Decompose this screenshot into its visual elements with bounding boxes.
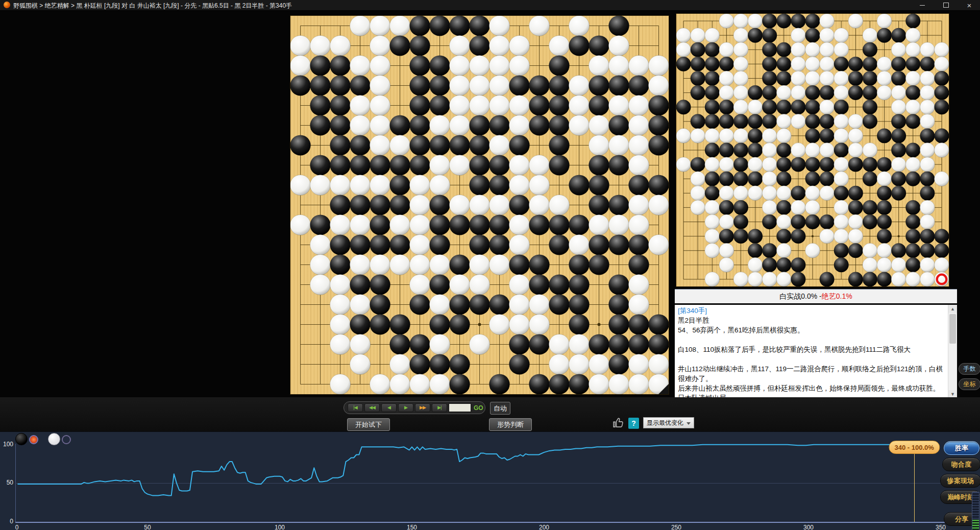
fox-go-logo-icon <box>4 2 10 8</box>
winrate-graph-area: 050100 050100150200250300350 340 - 100.0… <box>0 431 980 530</box>
auto-play-button[interactable]: 自动 <box>490 402 510 415</box>
best-variation-dropdown[interactable]: 显示最优变化 <box>643 417 694 428</box>
graph-button-吻合度[interactable]: 吻合度 <box>942 457 980 471</box>
playback-fast-back-button[interactable]: ◀◀ <box>364 403 380 412</box>
start-trial-button[interactable]: 开始试下 <box>347 418 390 431</box>
commentary-scrollbar[interactable]: ▲ ▼ <box>948 305 957 398</box>
dropdown-value: 显示最优变化 <box>647 419 683 427</box>
slider-active-range <box>972 520 979 530</box>
thumbs-up-icon[interactable] <box>611 416 625 429</box>
chevron-down-icon <box>687 422 691 425</box>
window-title: 野狐围棋 > 绝艺精解 > 黑 朴廷桓 [九段] 对 白 井山裕太 [九段] -… <box>13 2 292 10</box>
scrollbar-thumb[interactable] <box>949 314 956 344</box>
graph-zoom-slider[interactable] <box>972 492 979 530</box>
show-coordinates-button[interactable]: 坐标 <box>959 378 980 390</box>
current-move-tooltip: 340 - 100.0% <box>889 441 940 454</box>
position-judgment-button[interactable]: 形势判断 <box>489 418 532 431</box>
graph-button-惨案现场[interactable]: 惨案现场 <box>940 474 980 488</box>
ai-reference-go-board[interactable] <box>676 14 949 286</box>
commentary-panel: [第340手]黑2目半胜54、56弃两个，黑61吃掉后黑棋很实惠。白108、11… <box>675 305 957 398</box>
help-button[interactable]: ? <box>628 418 639 429</box>
show-move-numbers-button[interactable]: 手数 <box>959 363 980 375</box>
commentary-line <box>678 354 946 364</box>
playback-buttons: |◀◀◀◀▶▶▶▶| <box>348 403 447 412</box>
main-go-board[interactable] <box>290 16 669 394</box>
playback-first-button[interactable]: |◀ <box>348 403 363 412</box>
close-button[interactable]: × <box>960 0 979 10</box>
commentary-line: [第340手] <box>678 306 946 316</box>
maximize-icon <box>943 3 949 8</box>
commentary-line: 白108、110扳粘落了后手，是比较严重的失误，黑棋脱先抢到111二路飞很大 <box>678 345 946 354</box>
current-move-marker-line <box>914 453 915 522</box>
playback-bar: |◀◀◀◀▶▶▶▶| GO <box>344 401 485 414</box>
commentary-line: 54、56弃两个，黑61吃掉后黑棋很实惠。 <box>678 325 946 335</box>
commentary-line <box>678 335 946 345</box>
commentary-line: 井山112动出继续冲击，黑117、119一二路混合爬行，顺利联络之后抢到121的… <box>678 364 946 383</box>
minimize-icon <box>920 5 925 6</box>
winrate-caption-ai: 绝艺0.1% <box>822 292 852 301</box>
app-window: 野狐围棋 > 绝艺精解 > 黑 朴廷桓 [九段] 对 白 井山裕太 [九段] -… <box>0 0 980 530</box>
playback-back-button[interactable]: ◀ <box>381 403 397 412</box>
minimize-button[interactable] <box>913 0 932 10</box>
commentary-line: 黑2目半胜 <box>678 316 946 325</box>
graph-button-胜率[interactable]: 胜率 <box>944 441 979 455</box>
playback-forward-button[interactable]: ▶ <box>398 403 413 412</box>
go-button[interactable]: GO <box>474 404 483 412</box>
maximize-button[interactable] <box>936 0 955 10</box>
winrate-caption-actual: 白实战0.0% - <box>779 292 821 301</box>
playback-fast-forward-button[interactable]: ▶▶ <box>415 403 430 412</box>
scroll-up-icon[interactable]: ▲ <box>948 305 957 313</box>
board-resize-handle-icon[interactable] <box>658 384 669 394</box>
playback-last-button[interactable]: ▶| <box>432 403 447 412</box>
winrate-caption: 白实战0.0% - 绝艺0.1% <box>675 289 957 303</box>
winrate-curve <box>0 432 980 530</box>
title-bar: 野狐围棋 > 绝艺精解 > 黑 朴廷桓 [九段] 对 白 井山裕太 [九段] -… <box>0 0 980 11</box>
move-number-input[interactable] <box>449 403 471 412</box>
commentary-text: [第340手]黑2目半胜54、56弃两个，黑61吃掉后黑棋很实惠。白108、11… <box>678 306 946 403</box>
